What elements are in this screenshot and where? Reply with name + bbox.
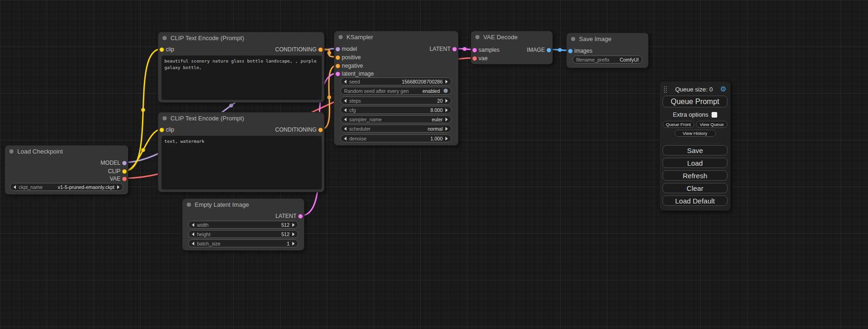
increment-icon[interactable] bbox=[292, 223, 295, 227]
input-slot-model: model bbox=[334, 45, 357, 53]
extra-options-label: Extra options bbox=[673, 111, 708, 118]
positive-prompt-input[interactable]: beautiful scenery nature glass bottle la… bbox=[162, 56, 322, 100]
filename-prefix-widget[interactable]: filename_prefix ComfyUI bbox=[572, 56, 642, 63]
node-clip-text-encode-negative[interactable]: CLIP Text Encode (Prompt) clip CONDITION… bbox=[158, 112, 325, 192]
refresh-button[interactable]: Refresh bbox=[663, 170, 727, 181]
queue-size-count: 0 bbox=[709, 86, 713, 93]
port-conditioning-output[interactable] bbox=[318, 128, 323, 132]
next-option-icon[interactable] bbox=[445, 127, 448, 131]
view-history-button[interactable]: View History bbox=[675, 130, 716, 137]
port-vae-input[interactable] bbox=[473, 56, 477, 61]
port-clip-input[interactable] bbox=[160, 128, 164, 132]
widget-value: 1 bbox=[287, 241, 289, 246]
decrement-icon[interactable] bbox=[344, 108, 346, 112]
settings-gear-icon[interactable] bbox=[720, 86, 727, 93]
widget-label: seed bbox=[349, 79, 360, 84]
cfg-widget[interactable]: cfg 8.000 bbox=[340, 106, 452, 114]
port-samples-input[interactable] bbox=[473, 48, 477, 52]
port-conditioning-output[interactable] bbox=[318, 48, 323, 52]
node-header[interactable]: VAE Decode bbox=[471, 31, 552, 43]
node-save-image[interactable]: Save Image images filename_prefix ComfyU… bbox=[566, 33, 649, 68]
output-slot-latent: LATENT bbox=[275, 212, 304, 220]
node-status-dot-icon[interactable] bbox=[475, 35, 480, 39]
link-midpoint-dot bbox=[141, 108, 145, 112]
widget-label: denoise bbox=[349, 136, 367, 141]
node-header[interactable]: CLIP Text Encode (Prompt) bbox=[158, 32, 324, 44]
increment-icon[interactable] bbox=[292, 242, 295, 245]
node-status-dot-icon[interactable] bbox=[9, 149, 14, 154]
decrement-icon[interactable] bbox=[344, 80, 346, 84]
port-positive-input[interactable] bbox=[336, 56, 340, 60]
port-images-input[interactable] bbox=[568, 49, 572, 53]
node-status-dot-icon[interactable] bbox=[162, 36, 167, 40]
node-header[interactable]: KSampler bbox=[334, 31, 458, 43]
input-slot-latent-image: latent_image bbox=[334, 70, 374, 77]
random-seed-toggle[interactable]: Random seed after every gen enabled bbox=[340, 87, 452, 95]
node-header[interactable]: Save Image bbox=[567, 33, 648, 45]
decrement-icon[interactable] bbox=[192, 242, 194, 245]
increment-icon[interactable] bbox=[292, 232, 295, 236]
queue-front-button[interactable]: Queue Front bbox=[663, 121, 694, 128]
clear-button[interactable]: Clear bbox=[663, 183, 727, 193]
load-button[interactable]: Load bbox=[663, 158, 727, 168]
batch-size-widget[interactable]: batch_size 1 bbox=[188, 239, 298, 247]
port-latent-output[interactable] bbox=[298, 214, 303, 218]
sampler-name-widget[interactable]: sampler_name euler bbox=[340, 115, 452, 123]
increment-icon[interactable] bbox=[445, 137, 448, 140]
increment-icon[interactable] bbox=[445, 99, 448, 103]
node-empty-latent-image[interactable]: Empty Latent Image LATENT width 512 heig… bbox=[182, 198, 304, 251]
decrement-icon[interactable] bbox=[344, 137, 346, 140]
prev-option-icon[interactable] bbox=[344, 118, 346, 121]
node-clip-text-encode-positive[interactable]: CLIP Text Encode (Prompt) clip CONDITION… bbox=[158, 32, 325, 103]
node-vae-decode[interactable]: VAE Decode samples vae IMAGE bbox=[471, 31, 553, 64]
slot-label: vae bbox=[479, 55, 487, 62]
node-status-dot-icon[interactable] bbox=[162, 116, 167, 120]
node-ksampler[interactable]: KSampler model positive negative latent_… bbox=[334, 31, 459, 146]
node-status-dot-icon[interactable] bbox=[187, 203, 191, 207]
port-negative-input[interactable] bbox=[336, 64, 340, 68]
queue-prompt-button[interactable]: Queue Prompt bbox=[663, 96, 727, 107]
increment-icon[interactable] bbox=[445, 80, 448, 84]
node-header[interactable]: CLIP Text Encode (Prompt) bbox=[158, 112, 324, 124]
widget-value: euler bbox=[432, 117, 443, 122]
width-widget[interactable]: width 512 bbox=[188, 221, 298, 229]
load-default-button[interactable]: Load Default bbox=[663, 196, 727, 206]
steps-widget[interactable]: steps 20 bbox=[340, 97, 452, 105]
next-option-icon[interactable] bbox=[117, 185, 120, 189]
port-clip-output[interactable] bbox=[122, 169, 127, 174]
decrement-icon[interactable] bbox=[192, 232, 194, 236]
port-vae-output[interactable] bbox=[122, 177, 127, 181]
port-latent-image-input[interactable] bbox=[336, 72, 340, 76]
decrement-icon[interactable] bbox=[344, 99, 346, 103]
node-status-dot-icon[interactable] bbox=[339, 35, 343, 39]
node-header[interactable]: Empty Latent Image bbox=[183, 199, 304, 210]
drag-handle-icon[interactable] bbox=[663, 86, 668, 93]
input-slot-clip: clip bbox=[158, 126, 174, 133]
port-model-output[interactable] bbox=[122, 161, 127, 165]
node-header[interactable]: Load Checkpoint bbox=[5, 146, 128, 157]
scheduler-widget[interactable]: scheduler normal bbox=[340, 125, 452, 133]
port-latent-output[interactable] bbox=[452, 47, 457, 51]
node-load-checkpoint[interactable]: Load Checkpoint MODEL CLIP VAE ckpt_name… bbox=[5, 145, 128, 195]
port-clip-input[interactable] bbox=[160, 48, 164, 52]
widget-label: height bbox=[197, 231, 211, 237]
prev-option-icon[interactable] bbox=[344, 127, 346, 131]
next-option-icon[interactable] bbox=[445, 118, 448, 121]
graph-canvas[interactable]: Load Checkpoint MODEL CLIP VAE ckpt_name… bbox=[0, 0, 868, 329]
prev-option-icon[interactable] bbox=[14, 185, 16, 189]
slot-label: LATENT bbox=[275, 213, 296, 219]
port-image-output[interactable] bbox=[547, 48, 551, 52]
view-queue-button[interactable]: View Queue bbox=[696, 121, 728, 128]
port-model-input[interactable] bbox=[336, 47, 340, 51]
decrement-icon[interactable] bbox=[192, 223, 194, 227]
denoise-widget[interactable]: denoise 1.000 bbox=[340, 134, 452, 142]
extra-options-checkbox[interactable] bbox=[712, 112, 717, 118]
seed-widget[interactable]: seed 156680208700286 bbox=[340, 77, 452, 85]
height-widget[interactable]: height 512 bbox=[188, 230, 298, 238]
link-midpoint-dot bbox=[327, 51, 331, 55]
negative-prompt-input[interactable]: text, watermark bbox=[162, 136, 322, 189]
node-status-dot-icon[interactable] bbox=[571, 37, 575, 41]
save-button[interactable]: Save bbox=[663, 145, 727, 155]
ckpt-name-widget[interactable]: ckpt_name v1-5-pruned-emaonly.ckpt bbox=[10, 183, 123, 191]
increment-icon[interactable] bbox=[445, 108, 448, 112]
